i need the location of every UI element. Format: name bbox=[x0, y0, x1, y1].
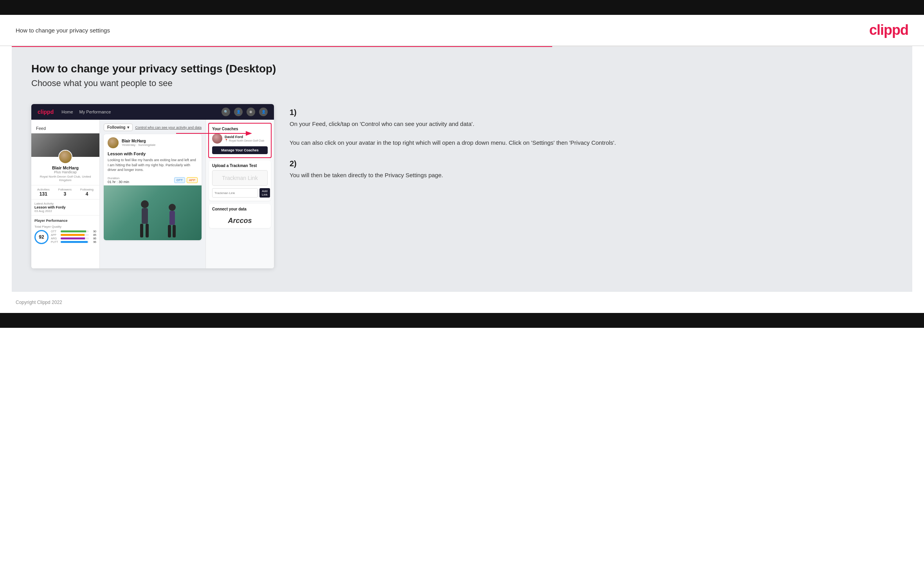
stat-activities-value: 131 bbox=[37, 191, 50, 197]
profile-handicap: Plus Handicap bbox=[34, 170, 96, 174]
svg-rect-5 bbox=[169, 211, 175, 225]
location-icon: 📍 bbox=[225, 139, 228, 142]
bar-app-label: APP bbox=[51, 234, 59, 236]
chevron-down-icon: ▾ bbox=[127, 125, 129, 129]
add-icon[interactable]: ⊕ bbox=[247, 108, 255, 116]
instruction-1-number: 1) bbox=[290, 108, 893, 117]
site-footer: Copyright Clippd 2022 bbox=[0, 292, 924, 313]
post-author-info: Blair McHarg Yesterday · Sunningdale bbox=[122, 139, 155, 147]
bar-ott-fill bbox=[61, 230, 86, 232]
following-label: Following bbox=[107, 125, 126, 129]
bar-putt-track bbox=[61, 241, 89, 243]
app-nav: clippd Home My Performance 🔍 👤 ⊕ 👤 bbox=[31, 104, 274, 120]
instruction-1: 1) On your Feed, click/tap on 'Control w… bbox=[290, 108, 893, 147]
bar-putt-fill bbox=[61, 241, 88, 243]
svg-point-4 bbox=[169, 204, 176, 211]
following-row: Following ▾ Control who can see your act… bbox=[104, 124, 202, 131]
bar-ott-track bbox=[61, 230, 89, 232]
profile-name: Blair McHarg bbox=[34, 165, 96, 170]
coach-name: David Ford bbox=[225, 135, 264, 139]
bar-ott-value: 90 bbox=[90, 230, 96, 233]
connect-title: Connect your data bbox=[212, 207, 268, 211]
player-perf-title: Player Performance bbox=[34, 219, 96, 223]
svg-rect-6 bbox=[168, 225, 171, 237]
post-author-name: Blair McHarg bbox=[122, 139, 155, 143]
quality-score: 92 bbox=[34, 230, 49, 244]
stat-followers: Followers 3 bbox=[58, 188, 72, 197]
stat-following-value: 4 bbox=[80, 191, 94, 197]
player-performance: Player Performance Total Player Quality … bbox=[31, 215, 99, 247]
site-logo: clippd bbox=[869, 22, 908, 38]
page-title: How to change your privacy settings bbox=[16, 27, 110, 34]
bar-app: APP 85 bbox=[51, 234, 96, 236]
bottom-bar bbox=[0, 313, 924, 328]
copyright-text: Copyright Clippd 2022 bbox=[16, 300, 62, 305]
search-icon[interactable]: 🔍 bbox=[222, 108, 230, 116]
instruction-1-text: On your Feed, click/tap on 'Control who … bbox=[290, 119, 893, 147]
bar-putt-value: 96 bbox=[90, 241, 96, 243]
trackman-section: Upload a Trackman Test Trackman Link Add… bbox=[209, 160, 271, 201]
app-nav-icons: 🔍 👤 ⊕ 👤 bbox=[222, 108, 268, 116]
bar-ott-label: OTT bbox=[51, 230, 59, 233]
app-screenshot: clippd Home My Performance 🔍 👤 ⊕ 👤 Feed bbox=[31, 104, 274, 268]
trackman-placeholder-text: Trackman Link bbox=[222, 175, 258, 181]
stat-activities-label: Activities bbox=[37, 188, 50, 191]
bar-arg: ARG 86 bbox=[51, 237, 96, 240]
arccos-brand: Arccos bbox=[212, 214, 268, 225]
control-privacy-link[interactable]: Control who can see your activity and da… bbox=[135, 126, 202, 129]
instruction-2-text: You will then be taken directly to the P… bbox=[290, 171, 893, 180]
avatar-image bbox=[59, 151, 72, 163]
stat-activities: Activities 131 bbox=[37, 188, 50, 197]
coach-avatar bbox=[212, 133, 222, 144]
quality-row: 92 OTT 90 APP 85 bbox=[34, 230, 96, 244]
profile-cover-image bbox=[31, 133, 99, 157]
app-feed: Following ▾ Control who can see your act… bbox=[100, 120, 205, 268]
coach-row: David Ford 📍 Royal North Devon Golf Club bbox=[212, 133, 268, 144]
latest-activity-label: Latest Activity bbox=[34, 202, 96, 205]
site-header: How to change your privacy settings clip… bbox=[0, 15, 924, 46]
app-sidebar: Feed Blair McHarg Plus Handicap Royal No… bbox=[31, 120, 100, 268]
bar-app-fill bbox=[61, 234, 85, 236]
quality-bars: OTT 90 APP 85 ARG bbox=[51, 230, 96, 244]
app-nav-links: Home My Performance bbox=[61, 110, 214, 114]
instruction-2: 2) You will then be taken directly to th… bbox=[290, 159, 893, 180]
avatar-icon[interactable]: 👤 bbox=[259, 108, 268, 116]
bar-arg-track bbox=[61, 237, 89, 239]
following-button[interactable]: Following ▾ bbox=[104, 124, 133, 131]
coach-club: 📍 Royal North Devon Golf Club bbox=[225, 139, 264, 142]
trackman-title: Upload a Trackman Test bbox=[212, 164, 268, 168]
stat-followers-value: 3 bbox=[58, 191, 72, 197]
stat-following: Following 4 bbox=[80, 188, 94, 197]
duration-info: Duration 01 hr : 30 min bbox=[108, 176, 129, 184]
article-subtitle: Choose what you want people to see bbox=[31, 78, 893, 88]
post-date: Yesterday · Sunningdale bbox=[122, 143, 155, 147]
post-card: Blair McHarg Yesterday · Sunningdale Les… bbox=[104, 134, 202, 240]
tag-app: APP bbox=[187, 177, 198, 183]
post-tags: OTT APP bbox=[174, 177, 198, 183]
bar-putt-label: PUTT bbox=[51, 241, 59, 243]
person-icon[interactable]: 👤 bbox=[234, 108, 243, 116]
article-title: How to change your privacy settings (Des… bbox=[31, 63, 893, 75]
app-nav-home[interactable]: Home bbox=[61, 110, 73, 114]
bar-arg-label: ARG bbox=[51, 237, 59, 240]
bar-arg-fill bbox=[61, 237, 85, 239]
connect-section: Connect your data Arccos bbox=[209, 204, 271, 228]
coaches-section-title: Your Coaches bbox=[212, 127, 268, 131]
manage-coaches-button[interactable]: Manage Your Coaches bbox=[212, 146, 268, 154]
feed-tab[interactable]: Feed bbox=[31, 124, 99, 133]
duration-row: Duration 01 hr : 30 min OTT APP bbox=[104, 175, 202, 185]
app-nav-performance[interactable]: My Performance bbox=[79, 110, 111, 114]
bar-putt: PUTT 96 bbox=[51, 241, 96, 243]
bar-app-track bbox=[61, 234, 89, 236]
profile-stats: Activities 131 Followers 3 Following 4 bbox=[31, 185, 99, 200]
latest-activity: Latest Activity Lesson with Fordy 03 Aug… bbox=[31, 200, 99, 215]
bar-app-value: 85 bbox=[90, 234, 96, 236]
svg-point-0 bbox=[141, 200, 149, 208]
post-avatar bbox=[108, 137, 119, 148]
trackman-link-input[interactable] bbox=[212, 188, 258, 198]
svg-rect-2 bbox=[140, 224, 143, 237]
bar-ott: OTT 90 bbox=[51, 230, 96, 233]
golfer-silhouette-1 bbox=[133, 197, 157, 240]
add-link-button[interactable]: Add Link bbox=[259, 188, 270, 198]
quality-label: Total Player Quality bbox=[34, 225, 96, 228]
